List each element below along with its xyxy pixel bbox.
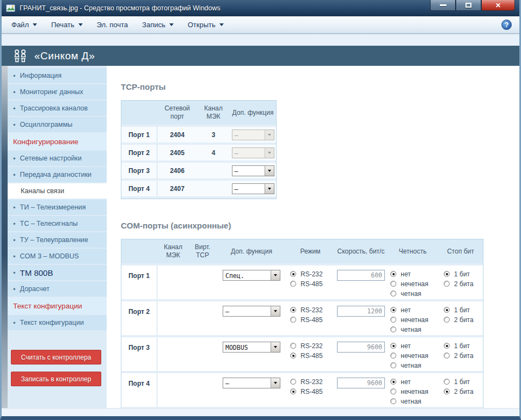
sidebar-item-9[interactable]: •ТИ – Телеизмерения (8, 200, 107, 215)
speed-input[interactable] (337, 270, 385, 281)
parity-radio-group-option[interactable]: нечетная (390, 316, 428, 324)
speed-input[interactable] (337, 342, 385, 353)
parity-radio-group: нетнечетнаячетная (390, 373, 428, 407)
sidebar-item-16[interactable]: •Текст конфигурации (8, 315, 107, 330)
maximize-button[interactable] (456, 0, 481, 11)
menu-item-label: Эл. почта (97, 21, 128, 29)
menu-item-5[interactable]: Открыть (188, 21, 224, 29)
extra-function-dropdown: – (232, 129, 274, 140)
stopbit-radio-group-option[interactable]: 1 бит (444, 270, 474, 278)
stopbit-radio-group-option[interactable]: 1 бит (444, 378, 474, 386)
stopbit-radio-group-option[interactable]: 1 бит (444, 342, 474, 350)
brand-logo-icon (13, 49, 28, 63)
bullet-icon: • (13, 236, 16, 244)
sidebar-section-title: Текст конфигурации (8, 298, 107, 314)
stopbit-radio-group-option[interactable]: 2 бита (444, 280, 474, 288)
parity-radio-group-option[interactable]: нет (390, 306, 428, 314)
stopbit-radio-group-option[interactable]: 2 бита (444, 351, 474, 360)
menu-item-1[interactable]: Файл (11, 21, 37, 29)
minimize-button[interactable] (430, 0, 456, 11)
parity-radio-group-option[interactable]: четная (390, 325, 428, 333)
parity-radio-group-option[interactable]: четная (390, 397, 428, 405)
parity-radio-group-option[interactable]: нечетная (390, 280, 428, 288)
parity-radio-group-option[interactable]: нечетная (390, 351, 428, 360)
dropdown-button[interactable] (271, 378, 280, 388)
mode-radio-group-option[interactable]: RS-485 (290, 351, 323, 360)
extra-function-dropdown[interactable]: MODBUS (223, 342, 280, 353)
parity-radio-group-option[interactable]: четная (390, 361, 428, 369)
speed-input[interactable] (337, 378, 385, 388)
dropdown-button[interactable] (265, 184, 274, 194)
mode-radio-group-option[interactable]: RS-232 (290, 378, 323, 386)
com-header-cell: Вирт. TCP (189, 239, 216, 263)
menu-item-4[interactable]: Запись (142, 21, 174, 29)
title-bar[interactable]: ГРАНИТ_связь.jpg - Средство просмотра фо… (2, 0, 519, 16)
sidebar-item-11[interactable]: •ТУ – Телеуправление (8, 232, 107, 248)
sidebar-item-4[interactable]: •Осциллограммы (8, 117, 107, 132)
sidebar-item-active[interactable]: Каналы связи (8, 183, 107, 199)
com-stopbit-cell: 1 бит2 бита (437, 301, 484, 335)
menu-item-2[interactable]: Печать (51, 21, 83, 29)
extra-function-dropdown[interactable]: Спец. (223, 270, 280, 281)
com-header-cell: Четность (388, 239, 437, 263)
mode-radio-group-option[interactable]: RS-485 (290, 387, 323, 396)
menu-item-label: Запись (142, 21, 166, 29)
parity-radio-group-option[interactable]: четная (390, 289, 428, 298)
extra-function-dropdown[interactable]: – (223, 306, 280, 317)
stopbit-radio-group-option[interactable]: 2 бита (444, 316, 474, 324)
dropdown-button[interactable] (271, 306, 280, 316)
sidebar-item-13[interactable]: •ТМ 800В (8, 265, 107, 280)
radio-icon (390, 362, 396, 368)
mode-radio-group-option[interactable]: RS-485 (290, 280, 323, 288)
com-iec-channel (157, 301, 189, 335)
dropdown-button[interactable] (265, 166, 274, 176)
radio-label: RS-232 (301, 378, 323, 386)
sidebar-item-14[interactable]: •Дорасчет (8, 281, 107, 297)
sidebar-item-6[interactable]: •Сетевые настройки (8, 151, 107, 166)
sidebar-item-12[interactable]: •COM 3 – MODBUS (8, 249, 107, 264)
radio-label: RS-485 (301, 316, 323, 324)
mode-radio-group-option[interactable]: RS-232 (290, 306, 323, 314)
chevron-down-icon (274, 274, 277, 276)
mode-radio-group-option[interactable]: RS-232 (290, 342, 323, 350)
tcp-port-label: Порт 4 (121, 181, 157, 196)
mode-radio-group: RS-232RS-485 (290, 265, 323, 299)
menu-item-3[interactable]: Эл. почта (97, 21, 128, 29)
extra-function-dropdown[interactable]: – (223, 378, 280, 388)
com-parity-cell: нетнечетнаячетная (388, 301, 437, 335)
sidebar-item-2[interactable]: •Мониторинг данных (8, 84, 107, 100)
close-button[interactable]: ✕ (481, 0, 515, 11)
stopbit-radio-group-option[interactable]: 1 бит (444, 306, 474, 314)
extra-function-dropdown[interactable]: – (232, 165, 274, 176)
radio-label: нет (401, 306, 410, 314)
parity-radio-group-option[interactable]: нет (390, 378, 428, 386)
radio-icon (390, 271, 396, 277)
radio-label: RS-485 (301, 280, 323, 288)
parity-radio-group-option[interactable]: нет (390, 342, 428, 350)
com-stopbit-cell: 1 бит2 бита (437, 373, 484, 407)
extra-function-dropdown[interactable]: – (232, 183, 274, 194)
read-from-controller-button[interactable]: Считать с контроллера (11, 350, 101, 365)
parity-radio-group: нетнечетнаячетная (390, 337, 428, 371)
stopbit-radio-group-option[interactable]: 2 бита (444, 387, 474, 396)
write-to-controller-button[interactable]: Записать в контроллер (11, 372, 101, 386)
mode-radio-group-option[interactable]: RS-232 (290, 270, 323, 278)
dropdown-button[interactable] (271, 342, 280, 352)
radio-icon (390, 353, 396, 359)
dropdown-value: – (232, 184, 265, 194)
sidebar-item-3[interactable]: •Трассировка каналов (8, 101, 107, 116)
sidebar-item-7[interactable]: •Передача диагностики (8, 167, 107, 182)
sidebar-item-1[interactable]: •Информация (8, 68, 107, 83)
tcp-row-4: Порт 42407– (121, 181, 276, 196)
help-button[interactable]: ? (501, 20, 512, 30)
stopbit-radio-group: 1 бит2 бита (444, 373, 474, 407)
speed-input[interactable] (337, 306, 385, 317)
radio-icon (290, 353, 296, 359)
sidebar-item-10[interactable]: •ТС – Телесигналы (8, 216, 107, 231)
parity-radio-group-option[interactable]: нечетная (390, 387, 428, 396)
dropdown-button[interactable] (271, 270, 280, 280)
mode-radio-group-option[interactable]: RS-485 (290, 316, 323, 324)
parity-radio-group-option[interactable]: нет (390, 270, 428, 278)
com-func-cell: – (216, 301, 287, 335)
com-header-cell: Канал МЭК (157, 239, 189, 263)
